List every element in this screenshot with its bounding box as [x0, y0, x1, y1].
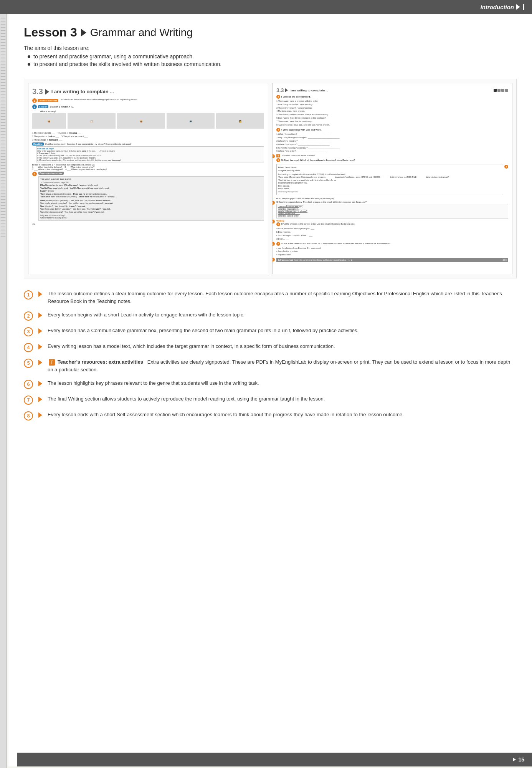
annotation-text-5: T Teacher's resources: extra activities …	[48, 358, 517, 373]
teacher-resources-label: Teacher's resources: more activities	[281, 154, 315, 157]
circle-label-3: 3	[27, 329, 30, 334]
w7-b3: • request action.	[276, 253, 508, 257]
annotation-7: 7 The final Writing section allows stude…	[24, 395, 517, 405]
section-num-right: 3.3	[276, 87, 284, 93]
w7-b1: • use the phrases from Exercise 6 in you…	[276, 247, 508, 250]
writing-6-label: 6 6 Put the phrases in the correct order…	[276, 222, 508, 226]
annotation-chevron-3	[38, 328, 42, 334]
whats-wrong-label: What's wrong?	[40, 110, 264, 113]
outcome-text: Learners can write a short email describ…	[60, 98, 138, 101]
email-box: From: Beata Nimer Subject: Missing order…	[276, 164, 503, 195]
circle-write: 4	[276, 128, 280, 132]
section-chevron-left	[45, 89, 49, 94]
self-assessment-section: 8 Self-assessment I can write a short em…	[276, 258, 508, 262]
bullet-icon	[28, 63, 30, 66]
can-you-bracket: change the part,send the missing item,se…	[278, 205, 307, 217]
annotation-3: 3 Every lesson has a Communicative gramm…	[24, 327, 517, 336]
read-requests-content: C Read the requests below. Then look at …	[276, 201, 508, 218]
footer-page-num: 15	[518, 756, 524, 763]
circle-label-5: 5	[27, 361, 30, 366]
annotation-chevron-4	[38, 344, 42, 349]
nav-icon-3	[501, 89, 504, 92]
teacher-icon: T	[276, 154, 280, 157]
lesson-separator-icon	[81, 29, 86, 36]
circle-label-8: 8	[27, 413, 30, 419]
circle-7b: 7	[276, 242, 280, 246]
complete-gaps-b: B B Complete gaps 1–4 in the email with …	[276, 197, 508, 200]
circle-4-container: 4	[504, 163, 508, 196]
cw-item-8: 8 Two items was / were late, and one was…	[276, 123, 508, 127]
lesson-aims-intro: The aims of this lesson are:	[24, 45, 517, 51]
email-subject: Subject: Missing order	[278, 169, 501, 172]
w6-c: c I am writing to complain about ... ___	[276, 234, 508, 237]
cw-item-3: 3 The delivery wasn't / weren't correct.	[276, 106, 508, 110]
lead-in-row: 2 Lead-in 1 Match 1–5 with A–E.	[32, 104, 264, 109]
annotation-1: 1 The lesson outcome defines a clear lea…	[24, 290, 517, 305]
grammar-ref: → Grammar reference: page 108	[40, 181, 262, 184]
page-left: 3.3 I am writing to complain ... 1 Lesso…	[28, 83, 268, 274]
w6-b: b Best regards, ___	[276, 230, 508, 234]
wq-item-6: 6 Where / the order? ___________________…	[276, 149, 508, 153]
lesson-title: Grammar and Writing	[90, 26, 193, 39]
lead-in-activity: 1 Match 1–5 with A–E.	[50, 106, 73, 108]
read-email-section: 5 5A Read the email. Which of the proble…	[276, 158, 508, 196]
annotation-circle-6: 6	[24, 380, 33, 389]
comm-grammar-label: Communicative grammar	[38, 172, 64, 175]
bullet-icon	[28, 55, 30, 58]
annotation-circle-5: 5	[24, 359, 33, 368]
writing-7-label: 7 7 Look at the situations i–iv in Exerc…	[276, 242, 508, 246]
wq-item-4: 4 Where / the reports? _________________…	[276, 143, 508, 146]
introduction-text: Introduction	[481, 4, 514, 10]
annotation-8: 8 Every lesson ends with a short Self-as…	[24, 411, 517, 420]
reading-row: Reading 2A What problems in Exercise 1 a…	[32, 142, 264, 146]
self-assess-text: I can write a short email describing a p…	[294, 259, 346, 261]
annotation-text-4: Every writing lesson has a model text, w…	[48, 343, 335, 350]
image-labels: 1 My delivery is late ___ 4 An item is m…	[32, 131, 264, 141]
annotation-text-3: Every lesson has a Communicative grammar…	[48, 327, 359, 334]
annotation-chevron-6	[38, 381, 42, 386]
w6-a: a I look forward to hearing from you. __…	[276, 227, 508, 230]
introduction-label: Introduction	[481, 4, 524, 10]
email-sig-title: Purchasing Manager/New	[278, 191, 298, 193]
lesson-preview: 3.3 I am writing to complain ... 1 Lesso…	[24, 79, 517, 278]
left-spine	[0, 14, 7, 768]
annotation-4: 4 Every writing lesson has a model text,…	[24, 343, 517, 352]
write-questions-label: 4 4 Write questions with was and were.	[276, 128, 508, 132]
img-placeholder-1: 📦	[32, 113, 66, 129]
page-number: 15	[513, 756, 524, 763]
cw-item-6: 6 Was / Were there three computers in th…	[276, 116, 508, 120]
top-header: Introduction	[0, 0, 532, 14]
next-ref: › 33 C	[501, 259, 507, 261]
lead-in-label: Lead-in	[38, 105, 48, 108]
circle-label-4: 4	[27, 345, 30, 350]
email-from: From: Beata Nimer	[278, 166, 501, 169]
right-section-header: 3.3 I am writing to complain ...	[276, 87, 328, 93]
aim-text-2: to present and practise the skills invol…	[33, 61, 221, 67]
nav-icon-2	[497, 89, 501, 92]
lesson-outcome-row: 1 Lesson outcome Learners can write a sh…	[32, 98, 264, 103]
wq-item-2: 2 Why / the packages damaged? __________…	[276, 136, 508, 139]
annotations-section: 1 The lesson outcome defines a clear lea…	[24, 290, 517, 420]
chevron-bar-icon	[523, 4, 524, 10]
wq-item-1: 1 What / the problem? __________________…	[276, 132, 508, 136]
page-num-left: 32	[32, 222, 264, 225]
circle-label-6: 6	[27, 382, 30, 387]
self-assess-label: Self-assessment	[278, 259, 293, 261]
lesson-number: Lesson 3	[24, 25, 77, 40]
left-page-header: 3.3 I am writing to complain ...	[32, 87, 264, 96]
circle-6c: 6	[276, 222, 280, 226]
circle-3: 3	[32, 172, 37, 176]
annotation-text-6: The lesson highlights key phrases releva…	[48, 379, 259, 387]
write-questions-list: 1 What / the problem? __________________…	[276, 132, 508, 153]
circle-choose: 3	[276, 95, 280, 99]
choose-word-label: 3 3 Choose the correct word.	[276, 95, 508, 99]
circle-label-1: 1	[27, 292, 30, 298]
use-questions: B Use the questions 1–4 to continue the …	[32, 164, 264, 170]
annotation-text-1: The lesson outcome defines a clear learn…	[48, 290, 517, 305]
email-body: I am writing to complain about the order…	[278, 173, 501, 194]
email-and-circle4: From: Beata Nimer Subject: Missing order…	[276, 163, 508, 196]
img-placeholder-5: 👩	[216, 113, 264, 129]
section-number-left: 3.3	[32, 87, 43, 96]
writing-7-bullets: • use the phrases from Exercise 6 in you…	[276, 247, 508, 257]
section-title-right: I am writing to complain ...	[289, 89, 328, 92]
